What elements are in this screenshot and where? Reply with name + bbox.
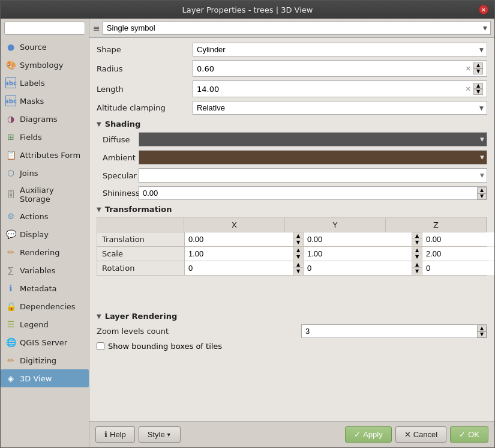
translation-y-input[interactable]	[304, 232, 412, 246]
translation-x-input[interactable]	[185, 232, 293, 246]
ok-button[interactable]: ✓ OK	[450, 426, 488, 443]
transform-x-header: X	[184, 218, 285, 232]
sidebar-item-diagrams[interactable]: ◑ Diagrams	[1, 110, 89, 128]
zoom-up-btn[interactable]: ▲	[477, 325, 487, 331]
scale-x-input[interactable]	[185, 247, 293, 261]
sidebar-item-attributes-form[interactable]: 📋 Attributes Form	[1, 146, 89, 164]
style-button[interactable]: Style ▼	[139, 426, 181, 443]
translation-x-up-btn[interactable]: ▲	[293, 232, 303, 239]
bounding-boxes-label[interactable]: Show bounding boxes of tiles	[108, 342, 222, 351]
footer-left: ℹ Help Style ▼	[95, 426, 181, 443]
sidebar-item-masks[interactable]: abc Masks	[1, 92, 89, 110]
apply-button[interactable]: ✓ Apply	[345, 426, 392, 443]
sidebar-item-variables[interactable]: ∑ Variables	[1, 261, 89, 279]
shape-label: Shape	[97, 45, 193, 54]
window-title: Layer Properties - trees | 3D View	[16, 5, 479, 14]
length-clear-btn[interactable]: ✕	[466, 85, 471, 93]
radius-down-btn[interactable]: ▼	[473, 68, 483, 74]
symbol-select[interactable]: Single symbol	[103, 21, 491, 35]
apply-check-icon: ✓	[354, 430, 361, 439]
altitude-select[interactable]: Relative	[193, 101, 487, 115]
ambient-swatch[interactable]: ▼	[139, 150, 487, 165]
sidebar-item-auxiliary-storage[interactable]: 🗄 Auxiliary Storage	[1, 182, 89, 207]
main-area: ● Source 🎨 Symbology abc Labels abc Mask…	[1, 19, 494, 447]
specular-swatch[interactable]: ▼	[139, 168, 487, 183]
scale-y-spin: ▲ ▼	[412, 247, 422, 261]
scale-y-down-btn[interactable]: ▼	[412, 253, 422, 260]
sidebar-item-metadata[interactable]: ℹ Metadata	[1, 279, 89, 297]
rotation-y-down-btn[interactable]: ▼	[412, 268, 422, 274]
footer: ℹ Help Style ▼ ✓ Apply ✕ Cancel	[89, 421, 494, 447]
transformation-table: X Y Z Translation ▲ ▼	[97, 217, 487, 276]
layer-rendering-arrow-icon: ▼	[97, 313, 101, 319]
length-down-btn[interactable]: ▼	[473, 89, 483, 95]
display-icon: 💬	[5, 229, 16, 240]
shininess-spin-buttons: ▲ ▼	[477, 187, 487, 199]
search-box[interactable]	[4, 22, 85, 35]
search-input[interactable]	[8, 24, 81, 32]
scale-y-up-btn[interactable]: ▲	[412, 247, 422, 253]
scale-x-up-btn[interactable]: ▲	[293, 247, 303, 253]
sidebar-item-legend[interactable]: ☰ Legend	[1, 315, 89, 333]
sidebar-label-qgis-server: QGIS Server	[20, 338, 67, 347]
zoom-down-btn[interactable]: ▼	[477, 331, 487, 338]
sidebar-item-digitizing[interactable]: ✏ Digitizing	[1, 351, 89, 369]
rotation-x-down-btn[interactable]: ▼	[293, 268, 303, 274]
length-spinbox: 14.00 ✕ ▲ ▼	[193, 80, 487, 97]
layer-rendering-header[interactable]: ▼ Layer Rendering	[97, 312, 487, 321]
sidebar-item-symbology[interactable]: 🎨 Symbology	[1, 56, 89, 74]
help-button[interactable]: ℹ Help	[95, 426, 135, 443]
length-up-btn[interactable]: ▲	[473, 83, 483, 89]
close-button[interactable]: ✕	[479, 5, 488, 14]
translation-y-spin: ▲ ▼	[412, 232, 422, 246]
radius-value: 0.60	[197, 64, 214, 73]
rotation-x-input[interactable]	[185, 261, 293, 275]
shape-select[interactable]: Cylinder	[193, 43, 487, 56]
radius-up-btn[interactable]: ▲	[473, 62, 483, 68]
sidebar-item-fields[interactable]: ⊞ Fields	[1, 128, 89, 146]
labels-icon: abc	[5, 77, 16, 88]
zoom-input[interactable]	[302, 325, 477, 338]
rotation-y-up-btn[interactable]: ▲	[412, 261, 422, 268]
diffuse-label: Diffuse	[97, 135, 139, 144]
shininess-input[interactable]	[139, 187, 477, 199]
sidebar-item-source[interactable]: ● Source	[1, 38, 89, 56]
scale-x-down-btn[interactable]: ▼	[293, 253, 303, 260]
sidebar-item-3d-view[interactable]: ◈ 3D View	[1, 369, 89, 387]
transformation-header[interactable]: ▼ Transformation	[97, 205, 487, 214]
apply-label: Apply	[363, 430, 383, 439]
length-value: 14.00	[197, 85, 219, 94]
shininess-up-btn[interactable]: ▲	[477, 187, 487, 193]
rotation-y-input[interactable]	[304, 261, 412, 275]
scale-y-input[interactable]	[304, 247, 412, 261]
scale-x-spin: ▲ ▼	[293, 247, 303, 261]
rotation-y-spin: ▲ ▼	[412, 261, 422, 275]
shininess-spinbox: ▲ ▼	[139, 186, 487, 200]
sidebar-item-display[interactable]: 💬 Display	[1, 225, 89, 243]
cancel-button[interactable]: ✕ Cancel	[395, 426, 446, 443]
translation-y-down-btn[interactable]: ▼	[412, 239, 422, 246]
ambient-dropdown-icon: ▼	[480, 154, 484, 160]
radius-spin-buttons: ▲ ▼	[473, 62, 483, 74]
translation-x-down-btn[interactable]: ▼	[293, 239, 303, 246]
rotation-x-up-btn[interactable]: ▲	[293, 261, 303, 268]
diffuse-dropdown-icon: ▼	[480, 136, 484, 142]
sidebar-item-rendering[interactable]: ✏ Rendering	[1, 243, 89, 261]
translation-z-input[interactable]	[422, 232, 494, 246]
qgis-server-icon: 🌐	[5, 337, 16, 348]
sidebar-item-actions[interactable]: ⚙ Actions	[1, 207, 89, 225]
sidebar-item-labels[interactable]: abc Labels	[1, 74, 89, 92]
length-label: Length	[97, 85, 193, 94]
scale-z-input[interactable]	[422, 247, 494, 261]
sidebar-item-dependencies[interactable]: 🔒 Dependencies	[1, 297, 89, 315]
rotation-z-input[interactable]	[422, 261, 494, 275]
sidebar-item-qgis-server[interactable]: 🌐 QGIS Server	[1, 333, 89, 351]
sidebar-label-actions: Actions	[20, 212, 49, 221]
bounding-boxes-checkbox[interactable]	[97, 342, 104, 350]
sidebar-item-joins[interactable]: ⬡ Joins	[1, 164, 89, 182]
diffuse-swatch[interactable]: ▼	[139, 132, 487, 147]
shading-header[interactable]: ▼ Shading	[97, 120, 487, 129]
translation-y-up-btn[interactable]: ▲	[412, 232, 422, 239]
radius-clear-btn[interactable]: ✕	[466, 65, 471, 73]
shininess-down-btn[interactable]: ▼	[477, 193, 487, 199]
